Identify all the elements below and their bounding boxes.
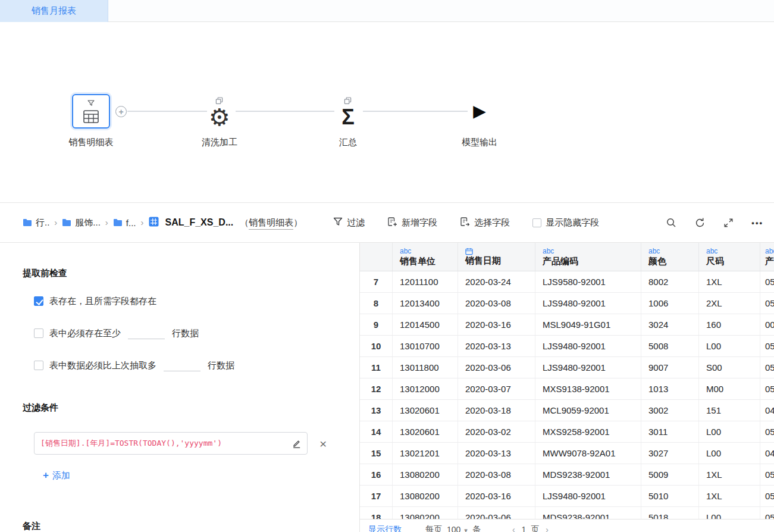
check-label: 表中数据必须比上次抽取多 <box>49 360 156 371</box>
select-field-button[interactable]: 选择字段 <box>460 217 510 229</box>
connector-line <box>236 111 334 112</box>
delta-rows-input[interactable] <box>164 359 200 371</box>
calendar-icon <box>465 247 535 255</box>
cell-clipped: 05 <box>760 271 774 292</box>
filter-formula-field[interactable]: [销售日期].[年月]=TOSTR(TODAY(),'yyyymm') <box>34 432 308 455</box>
cell-color: 5010 <box>641 486 699 506</box>
cell-sales-date: 2020-03-08 <box>458 293 535 314</box>
column-header-sales-unit[interactable]: abc 销售单位 <box>393 243 458 271</box>
per-page-select[interactable]: 100 <box>447 525 468 532</box>
row-number: 9 <box>360 314 393 335</box>
breadcrumb-folder-1[interactable]: 行.. <box>23 217 49 229</box>
type-abc-label: abc <box>706 247 760 256</box>
row-number: 8 <box>360 293 393 314</box>
breadcrumb-label: 服饰... <box>75 217 101 229</box>
column-header-sales-date[interactable]: 销售日期 <box>458 243 535 271</box>
filter-button[interactable]: 过滤 <box>333 217 365 229</box>
play-icon[interactable] <box>468 102 491 120</box>
table-row: 16 13080200 2020-03-08 MDS9238-92001 500… <box>360 464 774 486</box>
type-abc-label: abc <box>648 247 698 256</box>
node-sales-detail-table[interactable] <box>72 94 110 129</box>
table-row: 11 13011800 2020-03-06 LJS9480-92001 900… <box>360 357 774 378</box>
cell-sales-unit: 12011100 <box>393 271 458 292</box>
cell-sales-unit: 13012000 <box>393 378 458 399</box>
min-rows-input[interactable] <box>128 327 165 339</box>
chevron-right-icon <box>54 217 58 228</box>
cell-sales-unit: 13020601 <box>393 400 458 421</box>
column-header-clipped[interactable]: abc 产 <box>760 243 774 271</box>
column-header-color[interactable]: abc 颜色 <box>641 243 699 271</box>
cell-size: S00 <box>699 357 760 378</box>
cell-sales-unit: 13080200 <box>393 464 458 485</box>
filter-formula-text: [销售日期].[年月]=TOSTR(TODAY(),'yyyymm') <box>40 438 287 449</box>
search-icon[interactable] <box>666 217 676 228</box>
edit-pencil-icon[interactable] <box>292 439 301 448</box>
connector-line <box>127 111 207 112</box>
gear-icon[interactable] <box>205 105 234 130</box>
cell-sales-date: 2020-03-02 <box>458 421 535 442</box>
row-number: 14 <box>360 421 393 442</box>
cell-clipped: 05 <box>760 486 774 506</box>
settings-panel: 提取前检查 表存在，且所需字段都存在 表中必须存在至少 行数据 表中数据必须比上… <box>0 243 360 532</box>
cell-clipped: 04 <box>760 443 774 464</box>
cell-color: 3024 <box>641 314 699 335</box>
check-min-rows[interactable]: 表中必须存在至少 行数据 <box>34 327 199 340</box>
checkbox-icon[interactable] <box>34 328 43 338</box>
folder-icon <box>23 218 32 228</box>
check-table-exists[interactable]: 表存在，且所需字段都存在 <box>34 295 156 308</box>
column-header-size[interactable]: abc 尺码 <box>699 243 760 271</box>
table-alias[interactable]: （销售明细表） <box>240 217 302 229</box>
expand-icon[interactable] <box>723 218 734 228</box>
add-filter-button[interactable]: 添加 <box>43 470 70 481</box>
cell-sales-unit: 13020601 <box>393 421 458 442</box>
prev-page-icon[interactable] <box>510 525 517 532</box>
sigma-icon[interactable] <box>334 106 362 129</box>
cell-product-code: LJS9480-92001 <box>535 336 641 356</box>
show-hidden-fields-toggle[interactable]: 显示隐藏字段 <box>532 217 599 229</box>
tab-sales-monthly-report[interactable]: 销售月报表 <box>0 0 108 22</box>
node-label-clean-process: 清洗加工 <box>202 137 237 148</box>
toolbar-icons <box>666 217 764 229</box>
flow-canvas[interactable]: 销售明细表 清洗加工 汇总 模型输出 <box>0 22 774 203</box>
refresh-icon[interactable] <box>694 217 706 229</box>
filter-condition-row: [销售日期].[年月]=TOSTR(TODAY(),'yyyymm') <box>34 432 327 455</box>
plus-icon <box>43 470 49 481</box>
checkbox-icon[interactable] <box>34 361 43 370</box>
cell-size: 151 <box>699 400 760 421</box>
breadcrumb-folder-2[interactable]: 服饰... <box>62 217 101 229</box>
page-unit-label: 页 <box>531 524 539 532</box>
row-number: 15 <box>360 443 393 464</box>
add-node-button[interactable] <box>115 106 127 117</box>
remove-filter-icon[interactable] <box>319 437 327 450</box>
next-page-icon[interactable] <box>544 525 550 532</box>
table-icon <box>149 217 159 229</box>
column-name: 颜色 <box>648 256 698 267</box>
more-icon[interactable] <box>751 218 763 227</box>
breadcrumb-folder-3[interactable]: f... <box>113 218 136 228</box>
type-abc-label: abc <box>543 247 641 256</box>
check-more-than-last[interactable]: 表中数据必须比上次抽取多 行数据 <box>34 359 234 372</box>
column-header-product-code[interactable]: abc 产品编码 <box>535 243 641 271</box>
cell-clipped: 04 <box>760 400 774 421</box>
cell-size: L00 <box>699 443 760 464</box>
check-label-suffix: 行数据 <box>172 328 199 339</box>
cell-color: 3011 <box>641 421 699 442</box>
cell-size: M00 <box>699 378 760 399</box>
cell-sales-unit: 13021201 <box>393 443 458 464</box>
cell-sales-date: 2020-03-24 <box>458 271 535 292</box>
tab-bar: 销售月报表 <box>0 0 774 22</box>
checkbox-checked-icon[interactable] <box>34 296 43 306</box>
cell-sales-date: 2020-03-13 <box>458 336 535 356</box>
cell-product-code: MXS9138-92001 <box>535 378 641 399</box>
table-row: 14 13020601 2020-03-02 MXS9258-92001 301… <box>360 421 774 443</box>
cell-size: 2XL <box>699 293 760 314</box>
row-number: 16 <box>360 464 393 485</box>
add-field-button[interactable]: 新增字段 <box>387 217 437 229</box>
cell-clipped: 05 <box>760 378 774 399</box>
folder-icon <box>62 218 71 228</box>
data-preview-panel: abc 销售单位 销售日期 abc 产品编码 abc 颜色 abc 尺码 <box>360 243 774 532</box>
show-hidden-checkbox[interactable] <box>532 218 541 227</box>
cell-sales-unit: 12013400 <box>393 293 458 314</box>
table-row: 9 12014500 2020-03-16 MSL9049-91G01 3024… <box>360 314 774 336</box>
show-row-count-link[interactable]: 显示行数 <box>368 524 402 532</box>
